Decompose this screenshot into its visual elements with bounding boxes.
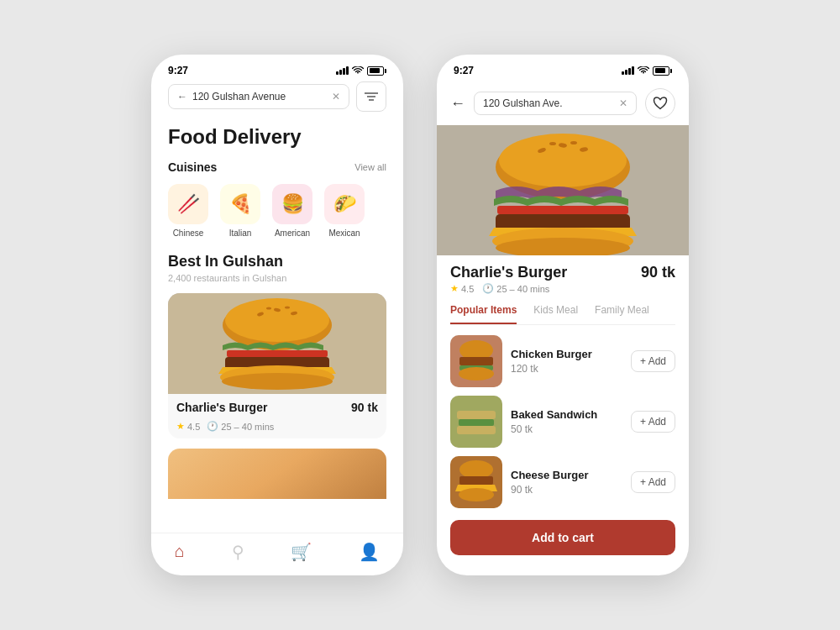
cuisine-label-american: American [275, 228, 310, 238]
nav-profile[interactable]: 👤 [359, 542, 380, 562]
restaurant-card-charlies[interactable]: Charlie's Burger 90 tk ★ 4.5 🕐 25 – 40 m… [168, 293, 386, 438]
cuisine-american[interactable]: 🍔 American [272, 184, 312, 238]
hero-burger-svg [437, 125, 689, 255]
menu-item-details-sandwich: Baked Sandwich 50 tk [511, 408, 622, 435]
menu-item-cheese-burger: Cheese Burger 90 tk + Add [450, 456, 675, 508]
svg-rect-34 [459, 419, 494, 426]
home-icon: ⌂ [175, 542, 185, 561]
menu-item-img-cheese [450, 456, 502, 508]
svg-rect-11 [227, 350, 328, 357]
restaurant-meta: ★ 4.5 🕐 25 – 40 mins [168, 421, 386, 438]
svg-point-5 [225, 298, 329, 342]
cuisine-icon-mexican: 🌮 [324, 184, 365, 224]
menu-tabs: Popular Items Kids Meal Family Meal [450, 304, 675, 325]
signal-icons-1 [336, 66, 386, 76]
tab-family[interactable]: Family Meal [595, 304, 649, 324]
cart-icon: 🛒 [291, 542, 312, 562]
nav-search[interactable]: ⚲ [232, 542, 244, 562]
location-input[interactable]: ← 120 Gulshan Avenue ✕ [168, 84, 349, 109]
signal-icon-2 [622, 66, 634, 75]
svg-rect-33 [457, 411, 496, 419]
svg-rect-29 [459, 357, 493, 365]
tab-kids[interactable]: Kids Meal [533, 304, 578, 324]
restaurant-meta-2: ★ 4.5 🕐 25 – 40 mins [450, 283, 675, 294]
location-text: 120 Gulshan Avenue [192, 91, 327, 102]
cuisine-icon-american: 🍔 [272, 184, 312, 224]
rating-value-2: 4.5 [461, 284, 474, 294]
menu-item-img-sandwich [450, 396, 502, 448]
search-bar: ← 120 Gulshan Avenue ✕ [168, 81, 386, 112]
svg-point-14 [222, 373, 333, 390]
add-to-cart-button[interactable]: Add to cart [450, 520, 675, 555]
best-section-title: Best In Gulshan [168, 253, 386, 270]
nav-cart[interactable]: 🛒 [291, 542, 312, 562]
cuisine-mexican[interactable]: 🌮 Mexican [324, 184, 365, 238]
restaurant-card-image [168, 293, 386, 394]
cuisine-label-italian: Italian [229, 228, 252, 238]
restaurant-card-name-row: Charlie's Burger 90 tk [168, 394, 386, 421]
bottom-nav: ⌂ ⚲ 🛒 👤 [151, 533, 403, 575]
favorite-button[interactable] [645, 88, 675, 118]
location-pill[interactable]: 120 Gulshan Ave. ✕ [474, 92, 637, 115]
restaurant-price: 90 tk [351, 401, 378, 414]
cuisine-icon-italian: 🍕 [220, 184, 260, 224]
time-value: 25 – 40 mins [221, 422, 274, 432]
svg-point-9 [266, 307, 271, 310]
status-bar-1: 9:27 [151, 55, 403, 81]
menu-item-baked-sandwich: Baked Sandwich 50 tk + Add [450, 396, 675, 448]
svg-rect-35 [457, 426, 496, 434]
clear-icon[interactable]: ✕ [332, 91, 340, 102]
location-text-2: 120 Gulshan Ave. [483, 97, 563, 109]
svg-rect-23 [497, 206, 628, 214]
menu-item-price-cheese: 90 tk [511, 484, 622, 496]
star-icon: ★ [176, 421, 185, 432]
battery-icon [367, 66, 386, 76]
view-all-link[interactable]: View all [354, 162, 386, 172]
clock-icon: 🕐 [207, 421, 218, 432]
nav-home[interactable]: ⌂ [175, 542, 185, 562]
time-1: 9:27 [168, 65, 188, 76]
back-button[interactable]: ← [450, 95, 465, 113]
cuisines-row: 🥢 Chinese 🍕 Italian 🍔 American 🌮 Mexican [168, 184, 386, 238]
cuisine-italian[interactable]: 🍕 Italian [220, 184, 260, 238]
svg-point-37 [459, 460, 493, 479]
add-button-chicken[interactable]: + Add [631, 350, 675, 372]
filter-button[interactable] [356, 81, 386, 112]
cuisine-icon-chinese: 🥢 [168, 184, 208, 224]
menu-item-details-chicken: Chicken Burger 120 tk [511, 348, 622, 375]
time-value-2: 25 – 40 mins [496, 284, 549, 294]
svg-point-10 [285, 307, 290, 309]
menu-item-name-sandwich: Baked Sandwich [511, 408, 622, 421]
hero-image [437, 125, 689, 255]
phone1-frame: 9:27 ← [151, 55, 403, 575]
cuisine-label-chinese: Chinese [173, 228, 204, 238]
add-button-cheese[interactable]: + Add [631, 471, 675, 493]
cuisines-header: Cuisines View all [168, 160, 386, 174]
profile-icon: 👤 [359, 542, 380, 562]
close-pill-icon[interactable]: ✕ [619, 97, 627, 109]
wifi-icon [352, 66, 364, 75]
phone2-frame: 9:27 ← 120 Gulshan [437, 55, 689, 575]
cuisine-label-mexican: Mexican [328, 228, 360, 238]
menu-item-details-cheese: Cheese Burger 90 tk [511, 469, 622, 496]
clock-icon-2: 🕐 [482, 283, 494, 294]
menu-item-chicken-burger: Chicken Burger 120 tk + Add [450, 335, 675, 387]
partial-card[interactable] [168, 449, 386, 499]
phone2-content: Charlie's Burger 90 tk ★ 4.5 🕐 25 – 40 m… [437, 255, 689, 575]
delivery-time-2: 🕐 25 – 40 mins [482, 283, 549, 294]
tab-popular[interactable]: Popular Items [450, 304, 517, 324]
rating-2: ★ 4.5 [450, 283, 474, 294]
menu-item-price-sandwich: 50 tk [511, 423, 622, 435]
page-title: Food Delivery [168, 125, 386, 149]
phone1-content: ← 120 Gulshan Avenue ✕ Food Delivery Cui… [151, 81, 403, 533]
cuisine-chinese[interactable]: 🥢 Chinese [168, 184, 208, 238]
svg-rect-38 [459, 476, 493, 485]
svg-point-31 [459, 367, 494, 381]
filter-icon [365, 92, 378, 102]
add-button-sandwich[interactable]: + Add [631, 411, 675, 433]
rating-value: 4.5 [187, 422, 200, 432]
heart-icon [653, 97, 668, 110]
burger-image-svg [168, 293, 386, 394]
svg-point-17 [499, 134, 627, 187]
menu-item-name-chicken: Chicken Burger [511, 348, 622, 360]
